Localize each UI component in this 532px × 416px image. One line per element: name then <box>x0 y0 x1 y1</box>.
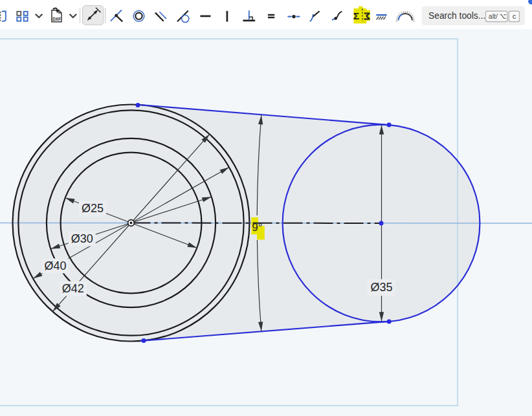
svg-text:Ø30: Ø30 <box>71 232 93 245</box>
svg-text:Ø42: Ø42 <box>62 282 84 295</box>
svg-text:c: c <box>513 12 516 20</box>
svg-text:Ø25: Ø25 <box>82 202 104 215</box>
svg-text:Ø35: Ø35 <box>370 281 392 294</box>
svg-text:alt/: alt/ <box>489 12 498 20</box>
svg-text:Ø40: Ø40 <box>44 259 66 272</box>
svg-text:Search tools...: Search tools... <box>428 11 485 21</box>
svg-text:9°: 9° <box>252 221 262 234</box>
svg-text:Σ: Σ <box>353 10 359 21</box>
svg-text:DXF: DXF <box>52 17 61 21</box>
svg-text:Σ: Σ <box>364 10 370 21</box>
